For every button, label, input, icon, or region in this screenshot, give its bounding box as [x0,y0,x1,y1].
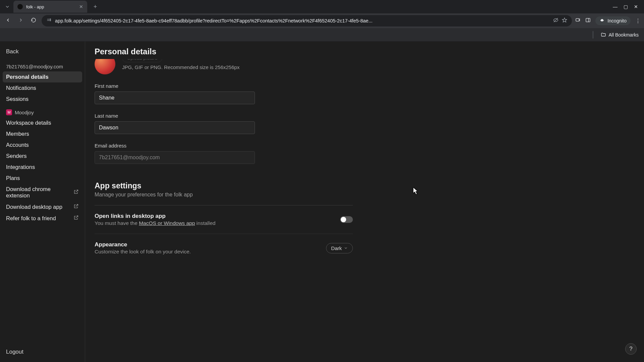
site-info-icon[interactable] [46,17,52,24]
browser-menu-button[interactable]: ⋮ [635,18,641,24]
browser-toolbar: app.folk.app/settings/4f652405-2c17-4fe5… [0,13,644,28]
help-icon: ? [629,346,632,352]
sidebar-account-email: 7b217651@moodjoy.com [3,61,82,71]
nav-back-button[interactable] [3,17,13,24]
help-button[interactable]: ? [625,343,637,355]
tab-strip: folk - app ✕ + ― ▢ ✕ [0,0,644,13]
page-header: Personal details [85,42,644,59]
eye-off-icon[interactable] [553,17,558,24]
sidebar-item-plans[interactable]: Plans [3,173,82,184]
sidebar-item-sessions[interactable]: Sessions [3,94,82,105]
email-label: Email address [95,143,255,148]
browser-tab[interactable]: folk - app ✕ [13,1,87,13]
external-link-icon [73,189,79,196]
last-name-group: Last name [95,113,255,134]
page-title: Personal details [95,47,635,56]
incognito-label: Incognito [607,18,627,23]
open-links-toggle[interactable] [340,216,353,223]
email-input [95,151,255,164]
side-panel-icon[interactable] [585,17,591,24]
sidebar-item-label: Integrations [6,164,35,170]
open-links-title: Open links in desktop app [95,213,215,220]
bookmarks-divider: │ [591,31,595,38]
svg-marker-5 [562,18,567,22]
chevron-down-icon [344,246,348,250]
email-group: Email address [95,143,255,164]
toggle-knob [341,217,346,222]
open-links-desc: You must have the MacOS or Windows app i… [95,220,215,226]
tabs-dropdown-button[interactable] [3,2,12,11]
upload-hint: JPG, GIF or PNG. Recommended size is 256… [122,64,239,70]
desktop-app-link[interactable]: MacOS or Windows app [139,220,195,226]
sidebar-item-personal-details[interactable]: Personal details [3,71,82,82]
sidebar-item-label: Download chrome extension [6,186,71,199]
sidebar-item-download-desktop-app[interactable]: Download desktop app [3,201,82,213]
sidebar-item-label: Accounts [6,142,29,148]
window-minimize-button[interactable]: ― [613,4,618,9]
sidebar-item-workspace-details[interactable]: Workspace details [3,117,82,128]
media-control-icon[interactable] [575,17,581,24]
workspace-name: Moodjoy [15,110,34,115]
bookmark-star-icon[interactable] [562,17,567,24]
external-link-icon [73,215,79,222]
first-name-group: First name [95,83,255,104]
sidebar-item-members[interactable]: Members [3,128,82,139]
last-name-label: Last name [95,113,255,119]
back-link[interactable]: Back [3,46,82,61]
last-name-input[interactable] [95,121,255,134]
sidebar-workspace-header: M Moodjoy [3,105,82,117]
sidebar-item-label: Plans [6,175,20,181]
sidebar-item-download-chrome-extension[interactable]: Download chrome extension [3,184,82,201]
address-bar[interactable]: app.folk.app/settings/4f652405-2c17-4fe5… [42,15,572,26]
svg-point-3 [50,20,51,21]
setting-open-links: Open links in desktop app You must have … [95,205,353,234]
external-link-icon [73,203,79,210]
upload-picture-button[interactable]: Upload picture [122,59,162,62]
new-tab-button[interactable]: + [91,3,100,10]
sidebar-item-label: Members [6,131,29,137]
scroll-area[interactable]: Upload picture JPG, GIF or PNG. Recommen… [85,59,644,362]
window-maximize-button[interactable]: ▢ [624,4,628,9]
sidebar-item-label: Senders [6,153,26,159]
tab-close-button[interactable]: ✕ [79,4,83,9]
window-controls: ― ▢ ✕ [613,4,641,9]
first-name-input[interactable] [95,92,255,104]
sidebar-item-label: Sessions [6,96,29,102]
workspace-badge: M [6,109,12,115]
sidebar-item-label: Refer folk to a friend [6,215,56,222]
nav-reload-button[interactable] [29,17,38,24]
svg-point-2 [50,19,51,20]
browser-chrome: folk - app ✕ + ― ▢ ✕ app.folk.app/settin… [0,0,644,42]
settings-sidebar: Back 7b217651@moodjoy.com Personal detai… [0,42,85,362]
sidebar-item-label: Download desktop app [6,204,62,210]
toolbar-right: Incognito ⋮ [575,16,641,25]
window-close-button[interactable]: ✕ [634,4,638,9]
appearance-desc: Customize the look of folk on your devic… [95,249,191,255]
logout-button[interactable]: Logout [3,345,82,359]
sidebar-item-integrations[interactable]: Integrations [3,162,82,173]
sidebar-item-notifications[interactable]: Notifications [3,82,82,94]
sidebar-item-label: Personal details [6,74,49,80]
sidebar-item-refer-friend[interactable]: Refer folk to a friend [3,213,82,224]
setting-appearance: Appearance Customize the look of folk on… [95,234,353,262]
app-settings-title: App settings [95,181,353,190]
incognito-badge[interactable]: Incognito [595,16,631,25]
svg-rect-6 [576,18,579,21]
nav-forward-button[interactable] [16,17,25,24]
sidebar-item-senders[interactable]: Senders [3,150,82,162]
all-bookmarks-label: All Bookmarks [609,32,639,38]
all-bookmarks-button[interactable]: All Bookmarks [601,32,639,38]
main-content: Personal details Upload picture JPG, GIF… [85,42,644,362]
sidebar-item-accounts[interactable]: Accounts [3,139,82,150]
appearance-title: Appearance [95,241,191,248]
app-settings-subtitle: Manage your preferences for the folk app [95,192,353,198]
avatar-row: Upload picture JPG, GIF or PNG. Recommen… [95,60,635,74]
first-name-label: First name [95,83,255,89]
appearance-select[interactable]: Dark [326,243,353,253]
sidebar-item-label: Workspace details [6,120,51,126]
sidebar-item-label: Notifications [6,85,36,91]
tab-title: folk - app [26,4,76,9]
profile-avatar[interactable] [95,59,115,74]
bookmarks-bar: │ All Bookmarks [0,28,644,42]
tab-favicon [17,4,23,9]
